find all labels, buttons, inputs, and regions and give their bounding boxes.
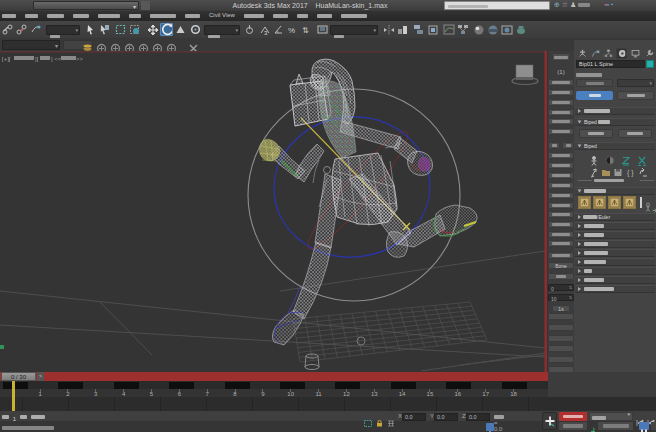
svg-text:%: % bbox=[288, 26, 295, 35]
svg-text:][: ][ bbox=[35, 56, 39, 62]
svg-text:>>: >> bbox=[76, 56, 84, 62]
svg-text:] <<: ] << bbox=[51, 56, 62, 62]
svg-text:⇅: ⇅ bbox=[302, 26, 309, 35]
svg-text:[+][: [+][ bbox=[2, 56, 11, 62]
svg-text:{ }: { } bbox=[627, 169, 634, 177]
